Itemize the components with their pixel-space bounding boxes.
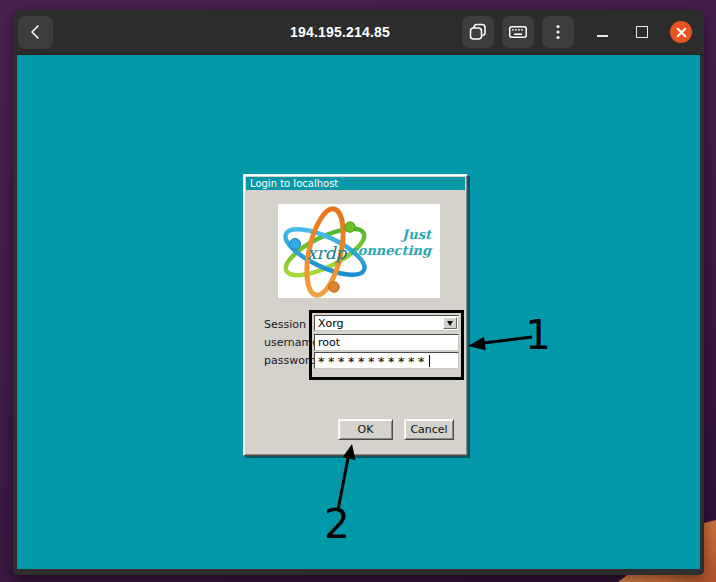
session-value: Xorg — [318, 317, 344, 330]
maximize-button[interactable] — [630, 16, 654, 48]
username-label: username — [264, 336, 319, 349]
ok-button[interactable]: OK — [338, 419, 393, 440]
annotation-step-2: 2 — [321, 504, 353, 544]
tagline-line1: Just — [350, 227, 431, 243]
remote-desktop-screen: Login to localhost — [17, 55, 700, 569]
cancel-button[interactable]: Cancel — [404, 419, 454, 440]
header-actions — [462, 16, 692, 48]
remote-viewer-window: 194.195.214.85 — [13, 10, 704, 575]
text-caret — [429, 355, 430, 367]
session-label: Session — [264, 318, 306, 331]
annotation-step-1: 1 — [522, 315, 554, 355]
display-toggle-button[interactable] — [462, 16, 494, 48]
close-icon — [676, 27, 687, 38]
password-label: password — [264, 354, 316, 367]
maximize-icon — [636, 26, 648, 38]
window-header: 194.195.214.85 — [13, 10, 704, 55]
chevron-down-icon — [447, 321, 453, 329]
xrdp-tagline: Just connecting — [350, 227, 431, 259]
tagline-line2: connecting — [350, 243, 431, 259]
displays-icon — [468, 22, 488, 42]
back-button[interactable] — [18, 16, 53, 49]
minimize-icon — [597, 35, 608, 37]
session-dropdown-button[interactable] — [443, 317, 457, 329]
username-input[interactable]: root — [314, 334, 459, 351]
password-masked-value: *********** — [318, 355, 428, 369]
desktop-wallpaper: 194.195.214.85 — [0, 0, 716, 582]
xrdp-brand-text: xrdp — [307, 243, 348, 263]
arrow-2-line — [338, 453, 349, 510]
menu-button[interactable] — [542, 16, 574, 48]
kebab-menu-icon — [548, 22, 568, 42]
dialog-titlebar: Login to localhost — [246, 177, 465, 190]
session-dropdown[interactable]: Xorg — [314, 315, 459, 331]
password-input[interactable]: *********** — [314, 352, 459, 369]
minimize-button[interactable] — [590, 16, 614, 48]
xrdp-logo-panel: xrdp Just connecting — [278, 204, 440, 298]
keyboard-icon — [508, 22, 528, 42]
close-button[interactable] — [670, 21, 692, 43]
xrdp-login-dialog: Login to localhost — [243, 174, 468, 456]
username-value: root — [318, 336, 340, 349]
keyboard-shortcuts-button[interactable] — [502, 16, 534, 48]
arrow-1-line — [483, 337, 532, 343]
arrow-1-head — [468, 337, 486, 351]
chevron-left-icon — [26, 22, 46, 42]
